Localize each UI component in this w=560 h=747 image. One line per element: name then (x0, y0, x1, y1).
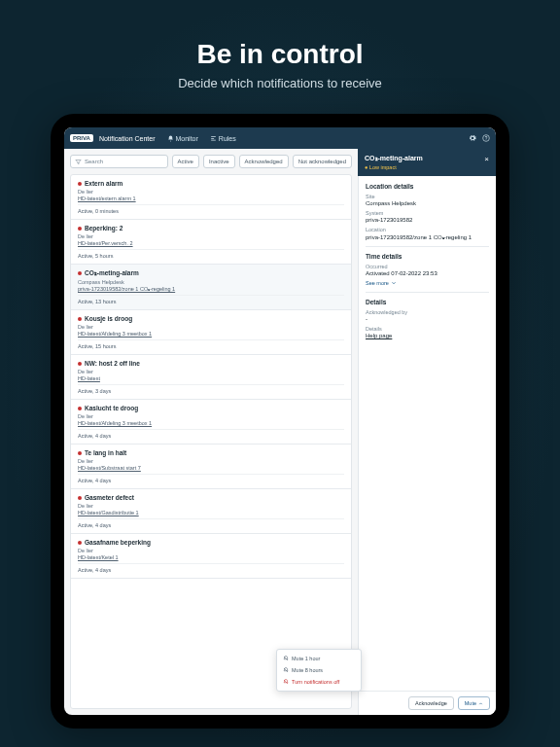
item-subtitle: De lier (78, 548, 344, 553)
nav-label: Rules (219, 135, 236, 142)
item-title: Extern alarm (78, 180, 344, 187)
item-status: Active, 13 hours (78, 295, 344, 304)
item-status: Active, 15 hours (78, 339, 344, 349)
notification-item[interactable]: Extern alarmDe lierHD-latest/extern alar… (71, 175, 351, 220)
nav-label: Monitor (176, 135, 198, 142)
location-details-title: Location details (366, 183, 489, 190)
item-link[interactable]: HD-latest/extern alarm 1 (78, 196, 344, 201)
status-dot (78, 362, 82, 366)
chevron-down-icon (391, 280, 397, 286)
notification-item[interactable]: Kaslucht te droogDe lierHD-latest/Afdeli… (71, 400, 351, 445)
item-title: Kaslucht te droog (78, 405, 344, 411)
occurred-label: Occurred (366, 264, 489, 269)
item-subtitle: De lier (78, 413, 344, 419)
help-page-link[interactable]: Help page (366, 333, 489, 338)
mute-icon (283, 667, 289, 673)
mute-8h[interactable]: Mute 8 hours (277, 664, 361, 676)
notification-list[interactable]: Extern alarmDe lierHD-latest/extern alar… (70, 174, 352, 709)
location-label: Location (366, 227, 489, 232)
item-link[interactable]: HD-latest (78, 375, 344, 381)
item-link[interactable]: HD-latest/Afdeling 3 meetbox 1 (78, 331, 344, 337)
mute-icon (283, 656, 289, 661)
site-label: Site (366, 194, 489, 199)
item-subtitle: De lier (78, 189, 344, 195)
item-title: Gasafname beperking (78, 539, 344, 546)
item-subtitle: De lier (78, 369, 344, 374)
svg-text:?: ? (485, 136, 488, 141)
search-placeholder: Search (85, 159, 103, 164)
status-dot (78, 317, 82, 321)
item-title: NW: host 2 off line (78, 360, 344, 367)
notification-item[interactable]: Gasafname beperkingDe lierHD-latest/Kete… (71, 534, 351, 579)
item-title: Gasmeter defect (78, 494, 344, 501)
filter-inactive[interactable]: Inactive (203, 155, 235, 168)
details-title: Details (366, 299, 489, 305)
detail-panel: CO₂-meting-alarm ● Low impact × Location… (358, 149, 496, 715)
filter-nack[interactable]: Not acknowledged (293, 155, 352, 168)
system-label: System (366, 210, 489, 216)
filter-ack[interactable]: Acknowledged (239, 155, 289, 168)
item-title: CO₂-meting-alarm (78, 269, 344, 277)
nav-monitor[interactable]: Monitor (167, 135, 198, 142)
ack-by-label: Acknowledged by (366, 309, 489, 315)
notification-item[interactable]: Te lang in haltDe lierHD-latest/Substraa… (71, 445, 351, 489)
tablet-frame: PRIVA Notification Center Monitor Rules … (51, 114, 509, 729)
notification-item[interactable]: CO₂-meting-alarmCompass Helpdeskpriva-17… (71, 265, 351, 310)
turn-off-notifications[interactable]: Turn notifications off (277, 676, 361, 688)
help-icon[interactable]: ? (482, 134, 490, 142)
notification-item[interactable]: Kousje is droogDe lierHD-latest/Afdeling… (71, 310, 351, 355)
panel-body: Location details Site Compass Helpdesk S… (358, 176, 496, 691)
acknowledge-button[interactable]: Acknowledge (408, 696, 454, 710)
status-dot (78, 227, 82, 231)
app-screen: PRIVA Notification Center Monitor Rules … (64, 127, 496, 715)
topbar: PRIVA Notification Center Monitor Rules … (64, 127, 496, 149)
filter-icon (75, 159, 82, 165)
item-status: Active, 5 hours (78, 249, 344, 259)
search-input[interactable]: Search (70, 155, 168, 168)
page-headline: Be in control (196, 39, 363, 70)
main-column: Search Active Inactive Acknowledged Not … (64, 149, 358, 715)
item-link[interactable]: HD-latest/Afdeling 3 meetbox 1 (78, 420, 344, 426)
nav-rules[interactable]: Rules (210, 135, 236, 142)
item-subtitle: De lier (78, 503, 344, 509)
page-subheadline: Decide which notifications to receive (178, 76, 382, 90)
item-status: Active, 4 days (78, 518, 344, 528)
status-dot (78, 271, 82, 275)
item-title: Beperking: 2 (78, 225, 344, 231)
item-link[interactable]: HD-latest/Per.versch. 2 (78, 240, 344, 246)
rules-icon (210, 135, 217, 142)
body: Search Active Inactive Acknowledged Not … (64, 149, 496, 715)
location-value: priva-1723019582/zone 1 CO₂-regeling 1 (366, 233, 489, 240)
chevron-down-icon (478, 701, 483, 706)
ack-by-value: - (366, 316, 489, 322)
item-subtitle: De lier (78, 233, 344, 239)
status-dot (78, 407, 82, 410)
close-icon[interactable]: × (484, 155, 489, 163)
app-title: Notification Center (99, 135, 156, 142)
site-value: Compass Helpdesk (366, 200, 489, 206)
gear-icon[interactable] (469, 134, 476, 142)
item-link[interactable]: HD-latest/Gasdistributie 1 (78, 510, 344, 516)
item-title: Kousje is droog (78, 315, 344, 322)
mute-popup: Mute 1 hour Mute 8 hours Turn notificati… (276, 649, 362, 692)
notification-item[interactable]: Gasmeter defectDe lierHD-latest/Gasdistr… (71, 489, 351, 534)
item-subtitle: De lier (78, 458, 344, 464)
item-link[interactable]: priva-1723019582/zone 1 CO₂-regeling 1 (78, 286, 344, 292)
item-status: Active, 4 days (78, 563, 344, 573)
mute-1h[interactable]: Mute 1 hour (277, 653, 361, 664)
see-more-link[interactable]: See more (366, 280, 397, 286)
details-label: Details (366, 326, 489, 332)
item-link[interactable]: HD-latest/Substraat start 7 (78, 465, 344, 471)
system-value: priva-1723019582 (366, 217, 489, 223)
brand-logo: PRIVA (70, 134, 93, 142)
notification-item[interactable]: Beperking: 2De lierHD-latest/Per.versch.… (71, 220, 351, 265)
item-subtitle: De lier (78, 324, 344, 330)
mute-button[interactable]: Mute (458, 696, 490, 710)
item-status: Active, 3 days (78, 384, 344, 394)
bell-off-icon (283, 679, 289, 685)
notification-item[interactable]: NW: host 2 off lineDe lierHD-latestActiv… (71, 355, 351, 400)
item-status: Active, 4 days (78, 429, 344, 439)
filter-active[interactable]: Active (172, 155, 199, 168)
item-subtitle: Compass Helpdesk (78, 279, 344, 285)
item-link[interactable]: HD-latest/Ketel 1 (78, 554, 344, 560)
